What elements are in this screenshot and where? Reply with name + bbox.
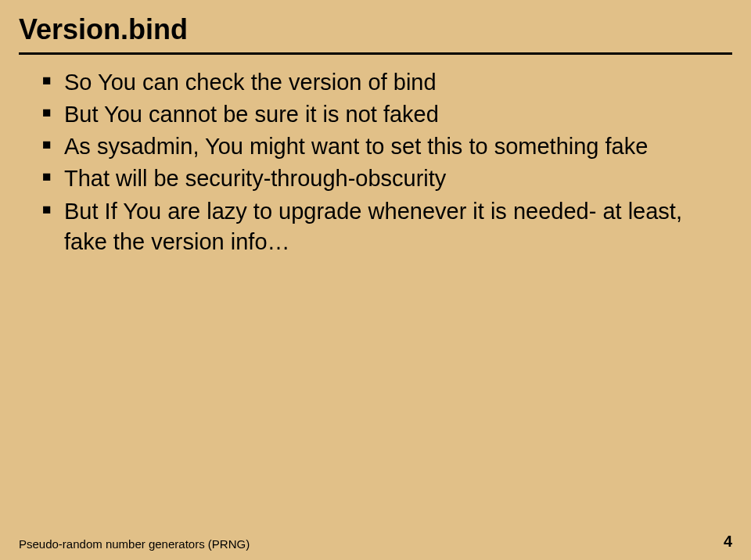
bullet-item: But You cannot be sure it is not faked [42,99,709,130]
title-underline [19,52,732,55]
title-region: Version.bind [19,13,732,55]
footer-text: Pseudo-random number generators (PRNG) [19,537,250,551]
footer: Pseudo-random number generators (PRNG) 4 [19,533,732,551]
bullet-item: So You can check the version of bind [42,67,709,98]
bullet-item: As sysadmin, You might want to set this … [42,131,709,162]
slide: Version.bind So You can check the versio… [0,0,751,560]
slide-title: Version.bind [19,13,732,46]
bullet-list: So You can check the version of bind But… [42,67,709,257]
content-area: So You can check the version of bind But… [42,67,709,259]
bullet-item: But If You are lazy to upgrade whenever … [42,196,709,257]
page-number: 4 [724,533,732,551]
bullet-item: That will be security-through-obscurity [42,163,709,194]
